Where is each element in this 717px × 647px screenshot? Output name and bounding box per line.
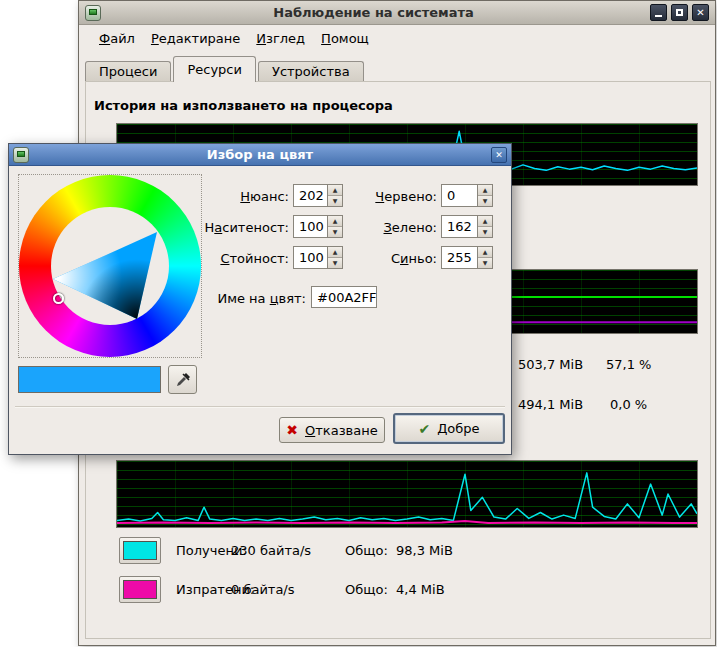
eyedropper-button[interactable] bbox=[168, 365, 197, 394]
notebook-tabs: Процеси Ресурси Устройства bbox=[85, 56, 366, 82]
blue-up-icon[interactable]: ▲ bbox=[478, 247, 492, 258]
received-color-button[interactable] bbox=[119, 537, 161, 564]
received-total-label: Общо: bbox=[345, 543, 388, 558]
sent-total-label: Общо: bbox=[345, 582, 388, 597]
blue-value[interactable]: 255 bbox=[442, 247, 477, 268]
blue-spinbox[interactable]: 255 ▲▼ bbox=[441, 246, 493, 269]
swap-amount: 494,1 MiB bbox=[518, 397, 583, 412]
tab-resources[interactable]: Ресурси bbox=[173, 56, 256, 82]
sent-color-button[interactable] bbox=[119, 576, 161, 603]
received-color-swatch bbox=[123, 541, 157, 560]
cancel-x-icon: ✖ bbox=[286, 422, 298, 438]
red-down-icon[interactable]: ▼ bbox=[478, 196, 492, 206]
close-button[interactable]: ✕ bbox=[692, 4, 709, 21]
color-preview-swatch bbox=[18, 366, 161, 393]
dialog-titlebar[interactable]: Избор на цвят ✕ bbox=[9, 144, 511, 166]
eyedropper-icon bbox=[175, 372, 191, 388]
ok-button-label: Добре bbox=[437, 421, 479, 436]
tab-devices[interactable]: Устройства bbox=[258, 61, 364, 82]
dialog-close-button[interactable]: ✕ bbox=[491, 147, 507, 163]
cpu-history-heading: История на използването на процесора bbox=[94, 98, 393, 113]
saturation-value[interactable]: 100 bbox=[294, 216, 327, 237]
red-value[interactable]: 0 bbox=[442, 185, 477, 206]
menu-edit[interactable]: Редактиране bbox=[143, 28, 248, 49]
sent-rate: 0 байта/s bbox=[231, 582, 295, 597]
dialog-separator bbox=[15, 406, 505, 408]
value-value[interactable]: 100 bbox=[294, 247, 327, 268]
green-label: Зелено: bbox=[337, 220, 437, 235]
green-value[interactable]: 162 bbox=[442, 216, 477, 237]
hue-spinbox[interactable]: 202 ▲▼ bbox=[293, 184, 343, 207]
sent-color-swatch bbox=[123, 580, 157, 599]
blue-down-icon[interactable]: ▼ bbox=[478, 258, 492, 268]
maximize-icon bbox=[676, 9, 683, 16]
green-spinbox[interactable]: 162 ▲▼ bbox=[441, 215, 493, 238]
value-spinbox[interactable]: 100 ▲▼ bbox=[293, 246, 343, 269]
red-up-icon[interactable]: ▲ bbox=[478, 185, 492, 196]
dialog-title: Избор на цвят bbox=[29, 147, 491, 162]
cancel-button[interactable]: ✖ Отказване bbox=[279, 417, 385, 443]
color-name-label: Име на цвят: bbox=[186, 291, 306, 306]
ok-button[interactable]: ✔ Добре bbox=[393, 413, 505, 444]
maximize-button[interactable] bbox=[671, 4, 688, 21]
green-down-icon[interactable]: ▼ bbox=[478, 227, 492, 237]
ok-check-icon: ✔ bbox=[418, 421, 430, 437]
menubar: Файл Редактиране Изглед Помощ bbox=[83, 26, 377, 50]
dialog-app-icon bbox=[13, 147, 29, 163]
swap-percent: 0,0 % bbox=[610, 397, 647, 412]
saturation-spinbox[interactable]: 100 ▲▼ bbox=[293, 215, 343, 238]
window-titlebar[interactable]: Наблюдение на системата ✕ bbox=[79, 1, 715, 25]
menu-help[interactable]: Помощ bbox=[313, 28, 377, 49]
legend-row-received: Получени: 230 байта/s Общо: 98,3 MiB bbox=[119, 537, 679, 564]
menu-view[interactable]: Изглед bbox=[248, 28, 313, 49]
color-name-input[interactable]: #00A2FF bbox=[311, 286, 377, 308]
received-rate: 230 байта/s bbox=[231, 543, 311, 558]
close-icon: ✕ bbox=[693, 5, 708, 20]
red-spinbox[interactable]: 0 ▲▼ bbox=[441, 184, 493, 207]
hue-label: Нюанс: bbox=[169, 189, 289, 204]
saturation-label: Наситеност: bbox=[169, 220, 289, 235]
tab-processes[interactable]: Процеси bbox=[85, 61, 171, 82]
color-selection-marker[interactable] bbox=[53, 293, 64, 304]
green-up-icon[interactable]: ▲ bbox=[478, 216, 492, 227]
minimize-button[interactable] bbox=[650, 4, 667, 21]
color-picker-dialog: Избор на цвят ✕ Нюанс: 202 ▲▼ Наситеност… bbox=[8, 143, 512, 455]
blue-label: Синьо: bbox=[337, 251, 437, 266]
red-label: Червено: bbox=[337, 189, 437, 204]
memory-amount: 503,7 MiB bbox=[518, 357, 583, 372]
window-title: Наблюдение на системата bbox=[101, 5, 646, 20]
received-total: 98,3 MiB bbox=[396, 543, 453, 558]
memory-percent: 57,1 % bbox=[606, 357, 651, 372]
menu-file[interactable]: Файл bbox=[91, 28, 143, 49]
cancel-button-label: Отказване bbox=[305, 423, 378, 438]
network-history-chart bbox=[116, 460, 698, 528]
legend-row-sent: Изпратени: 0 байта/s Общо: 4,4 MiB bbox=[119, 576, 679, 603]
value-label: Стойност: bbox=[169, 251, 289, 266]
sent-total: 4,4 MiB bbox=[396, 582, 445, 597]
minimize-icon bbox=[655, 15, 662, 17]
hue-value[interactable]: 202 bbox=[294, 185, 327, 206]
app-icon bbox=[85, 5, 101, 21]
